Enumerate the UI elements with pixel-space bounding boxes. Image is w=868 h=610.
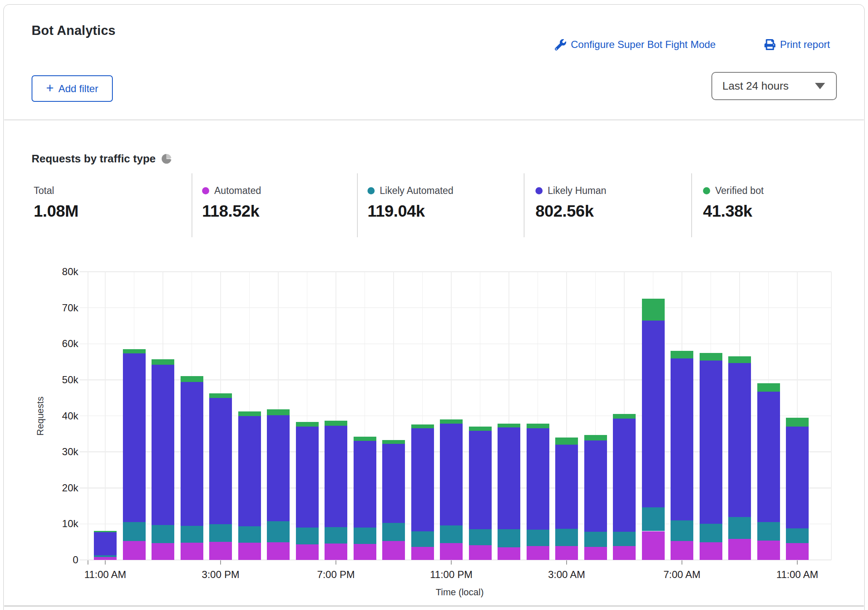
likely-automated-bar-segment[interactable] — [642, 507, 665, 531]
verified-bot-bar-segment[interactable] — [757, 383, 780, 392]
likely-automated-bar-segment[interactable] — [671, 520, 693, 541]
likely-human-bar-segment[interactable] — [411, 428, 434, 531]
verified-bot-bar-segment[interactable] — [123, 349, 146, 353]
likely-automated-bar-segment[interactable] — [728, 517, 751, 539]
likely-automated-bar-segment[interactable] — [296, 528, 319, 544]
likely-human-bar-segment[interactable] — [498, 427, 520, 529]
verified-bot-bar-segment[interactable] — [786, 418, 809, 427]
print-report-link[interactable]: Print report — [764, 39, 830, 50]
automated-bar-segment[interactable] — [296, 544, 319, 560]
automated-bar-segment[interactable] — [440, 543, 463, 560]
automated-bar-segment[interactable] — [411, 547, 434, 560]
likely-human-bar-segment[interactable] — [642, 321, 665, 507]
likely-human-bar-segment[interactable] — [527, 428, 549, 530]
verified-bot-bar-segment[interactable] — [267, 409, 290, 415]
time-range-select[interactable]: Last 24 hours — [711, 72, 837, 100]
likely-human-bar-segment[interactable] — [700, 361, 722, 524]
verified-bot-bar-segment[interactable] — [382, 440, 405, 444]
likely-human-bar-segment[interactable] — [728, 363, 751, 517]
verified-bot-bar-segment[interactable] — [94, 531, 117, 532]
likely-human-bar-segment[interactable] — [94, 532, 117, 555]
automated-bar-segment[interactable] — [209, 542, 232, 560]
automated-bar-segment[interactable] — [700, 542, 722, 560]
likely-human-bar-segment[interactable] — [382, 444, 405, 523]
verified-bot-bar-segment[interactable] — [584, 435, 607, 440]
likely-automated-bar-segment[interactable] — [181, 526, 203, 543]
verified-bot-bar-segment[interactable] — [613, 414, 636, 419]
likely-automated-bar-segment[interactable] — [786, 528, 809, 543]
automated-bar-segment[interactable] — [642, 531, 665, 560]
likely-automated-bar-segment[interactable] — [498, 529, 520, 547]
likely-human-bar-segment[interactable] — [757, 392, 780, 522]
verified-bot-bar-segment[interactable] — [440, 419, 463, 424]
verified-bot-bar-segment[interactable] — [354, 437, 376, 441]
verified-bot-bar-segment[interactable] — [411, 424, 434, 428]
likely-human-bar-segment[interactable] — [584, 440, 607, 532]
likely-human-bar-segment[interactable] — [555, 445, 578, 529]
likely-automated-bar-segment[interactable] — [411, 531, 434, 547]
likely-automated-bar-segment[interactable] — [584, 532, 607, 547]
likely-human-bar-segment[interactable] — [209, 398, 232, 525]
verified-bot-bar-segment[interactable] — [527, 424, 549, 428]
likely-automated-bar-segment[interactable] — [440, 525, 463, 543]
automated-bar-segment[interactable] — [354, 544, 376, 560]
likely-automated-bar-segment[interactable] — [238, 526, 261, 543]
automated-bar-segment[interactable] — [671, 541, 693, 560]
likely-automated-bar-segment[interactable] — [123, 522, 146, 541]
verified-bot-bar-segment[interactable] — [555, 438, 578, 445]
likely-human-bar-segment[interactable] — [325, 426, 347, 527]
likely-human-bar-segment[interactable] — [671, 358, 693, 520]
automated-bar-segment[interactable] — [613, 546, 636, 560]
automated-bar-segment[interactable] — [786, 543, 809, 560]
likely-automated-bar-segment[interactable] — [700, 524, 722, 542]
likely-automated-bar-segment[interactable] — [382, 523, 405, 541]
verified-bot-bar-segment[interactable] — [152, 359, 174, 365]
automated-bar-segment[interactable] — [238, 543, 261, 560]
likely-automated-bar-segment[interactable] — [209, 524, 232, 542]
automated-bar-segment[interactable] — [325, 544, 347, 560]
likely-automated-bar-segment[interactable] — [152, 525, 174, 543]
verified-bot-bar-segment[interactable] — [325, 421, 347, 425]
likely-human-bar-segment[interactable] — [786, 427, 809, 528]
likely-automated-bar-segment[interactable] — [469, 529, 492, 545]
automated-bar-segment[interactable] — [757, 541, 780, 560]
automated-bar-segment[interactable] — [555, 546, 578, 560]
likely-automated-bar-segment[interactable] — [757, 522, 780, 541]
likely-automated-bar-segment[interactable] — [555, 529, 578, 546]
likely-automated-bar-segment[interactable] — [267, 521, 290, 542]
automated-bar-segment[interactable] — [382, 541, 405, 560]
likely-human-bar-segment[interactable] — [238, 416, 261, 526]
likely-human-bar-segment[interactable] — [267, 415, 290, 522]
automated-bar-segment[interactable] — [123, 541, 146, 560]
likely-human-bar-segment[interactable] — [440, 424, 463, 525]
add-filter-button[interactable]: + Add filter — [32, 75, 113, 102]
verified-bot-bar-segment[interactable] — [181, 376, 203, 382]
verified-bot-bar-segment[interactable] — [296, 422, 319, 427]
automated-bar-segment[interactable] — [728, 539, 751, 560]
verified-bot-bar-segment[interactable] — [700, 353, 722, 361]
verified-bot-bar-segment[interactable] — [671, 351, 693, 358]
verified-bot-bar-segment[interactable] — [238, 411, 261, 416]
automated-bar-segment[interactable] — [527, 546, 549, 560]
automated-bar-segment[interactable] — [584, 547, 607, 560]
likely-human-bar-segment[interactable] — [296, 427, 319, 528]
likely-human-bar-segment[interactable] — [613, 419, 636, 532]
automated-bar-segment[interactable] — [469, 545, 492, 560]
likely-human-bar-segment[interactable] — [469, 431, 492, 529]
verified-bot-bar-segment[interactable] — [642, 299, 665, 320]
likely-human-bar-segment[interactable] — [152, 365, 174, 525]
likely-human-bar-segment[interactable] — [354, 441, 376, 528]
likely-automated-bar-segment[interactable] — [94, 555, 117, 557]
automated-bar-segment[interactable] — [267, 542, 290, 560]
automated-bar-segment[interactable] — [498, 547, 520, 560]
configure-super-bot-fight-mode-link[interactable]: Configure Super Bot Fight Mode — [555, 39, 716, 50]
likely-automated-bar-segment[interactable] — [527, 530, 549, 546]
verified-bot-bar-segment[interactable] — [469, 427, 492, 431]
likely-automated-bar-segment[interactable] — [325, 527, 347, 544]
likely-human-bar-segment[interactable] — [123, 353, 146, 522]
likely-human-bar-segment[interactable] — [181, 382, 203, 526]
automated-bar-segment[interactable] — [181, 543, 203, 560]
verified-bot-bar-segment[interactable] — [209, 393, 232, 398]
verified-bot-bar-segment[interactable] — [728, 356, 751, 363]
likely-automated-bar-segment[interactable] — [354, 528, 376, 544]
